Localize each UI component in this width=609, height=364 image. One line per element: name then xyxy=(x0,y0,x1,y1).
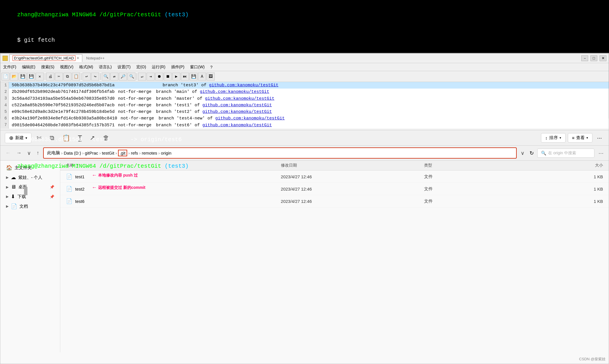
titlebar-left: D:\gitPrac\testGit\.git\FETCH_HEAD ✕ Not… xyxy=(3,54,107,62)
toolbar-sep-4 xyxy=(137,73,137,80)
tb-macro-next[interactable]: ⏭ xyxy=(181,73,189,81)
menu-search[interactable]: 搜索(S) xyxy=(38,63,57,71)
notepad-menubar: 文件(F) 编辑(E) 搜索(S) 视图(V) 格式(M) 语言(L) 设置(T… xyxy=(0,63,609,71)
line-content-3: 3c56a4d7334103aa5be554a50eb6708335e857d0… xyxy=(9,95,274,102)
tb-close[interactable]: ✕ xyxy=(36,73,44,81)
tab-close-btn[interactable]: ✕ xyxy=(77,56,79,60)
notepad-toolbar: 📄 📂 💾 💾 ✕ 🖨 ✂ ⧉ 📋 ↩ ↪ 🔍 ⇌ 🔎 🔍 ↵ ⇥ ⏺ ⏹ ▶ … xyxy=(0,71,609,82)
tb-macro-play[interactable]: ▶ xyxy=(172,73,180,81)
file-size-test2: 1 KB xyxy=(531,187,603,191)
annotation-test1: ← 本地修改内容 push 过 xyxy=(92,172,138,178)
file-name-test2: test2 xyxy=(75,187,85,191)
notepad-titlebar: D:\gitPrac\testGit\.git\FETCH_HEAD ✕ Not… xyxy=(0,53,609,63)
tb-indent[interactable]: ⇥ xyxy=(147,73,155,81)
line-number-2: 2 xyxy=(0,89,9,95)
tb-findreplace[interactable]: ⇌ xyxy=(110,73,118,81)
file-type-test2: 文件 xyxy=(424,186,532,192)
toolbar-sep-2 xyxy=(81,73,81,80)
terminal-cmd-1: $ git fetch xyxy=(3,28,606,53)
docs-icon: 📄 xyxy=(11,203,17,209)
minimize-btn[interactable]: － xyxy=(581,55,588,61)
menu-edit[interactable]: 编辑(E) xyxy=(19,63,38,71)
file-row-test2[interactable]: 📄 test2 ← 远程被提交过 新的commit 2023/4/27 12:4… xyxy=(60,183,609,195)
watermark: CSDN @柴紫娃 xyxy=(579,357,606,362)
line-content-4: c522a8a85b2b590e70f56219352d246ed5b07acb… xyxy=(9,102,272,109)
menu-macro[interactable]: 宏(O) xyxy=(133,63,149,71)
notepad-content: 1 50b3638b37b496c23c479f0897d52d5b6b87bd… xyxy=(0,82,609,129)
line-row-3: 3 3c56a4d7334103aa5be554a50eb6708335e857… xyxy=(0,95,609,102)
terminal: zhang@zhangziwa MINGW64 /d/gitPrac/testG… xyxy=(0,0,609,53)
tb-wordwrap[interactable]: ↵ xyxy=(138,73,146,81)
toolbar-sep-1 xyxy=(45,73,45,80)
tb-redo[interactable]: ↪ xyxy=(91,73,99,81)
tb-find[interactable]: 🔍 xyxy=(102,73,110,81)
file-icon-test6: 📄 xyxy=(66,198,72,204)
maximize-btn[interactable]: □ xyxy=(590,55,597,61)
menu-settings[interactable]: 设置(T) xyxy=(115,63,133,71)
terminal-command: $ git fetch xyxy=(17,37,55,43)
file-icon-test1: 📄 xyxy=(66,173,72,180)
line-content-1: 50b3638b37b496c23c479f0897d52d5b6b87bd1a… xyxy=(9,82,278,89)
line-row-7: 7 d9815de00464260bde7d083fb64385fc157b35… xyxy=(0,122,609,129)
line-number-3: 3 xyxy=(0,95,9,102)
line-content-2: 2b200df652b8902deab761746174df306fb54fab… xyxy=(9,89,269,95)
tb-print[interactable]: 🖨 xyxy=(46,73,54,81)
menu-file[interactable]: 文件(F) xyxy=(0,63,19,71)
tb-paste[interactable]: 📋 xyxy=(72,73,80,81)
explorer-main: 名称 ↑ 修改日期 类型 大小 📄 test1 xyxy=(60,161,609,352)
tb-cut[interactable]: ✂ xyxy=(55,73,63,81)
notepad-window: D:\gitPrac\testGit\.git\FETCH_HEAD ✕ Not… xyxy=(0,53,609,119)
tb-macro-rec[interactable]: ⏺ xyxy=(155,73,163,81)
line-number-7: 7 xyxy=(0,122,9,129)
annotation-text-test2: 远程被提交过 新的commit xyxy=(98,185,145,190)
line-number-6: 6 xyxy=(0,115,9,122)
menu-run[interactable]: 运行(R) xyxy=(149,63,168,71)
explorer-body: 🏠 主文件夹 ▶ ☁ 紫娃、- 个人 ▶ 🖥 桌面 📌 ▶ ⬇ 下载 📌 xyxy=(0,161,609,352)
file-name-test6: test6 xyxy=(75,199,85,204)
menu-language[interactable]: 语言(L) xyxy=(96,63,115,71)
tb-saveall[interactable]: 💾 xyxy=(27,73,35,81)
terminal-cursor xyxy=(24,187,27,195)
menu-view[interactable]: 视图(V) xyxy=(57,63,76,71)
menu-format[interactable]: 格式(M) xyxy=(76,63,96,71)
tb-undo[interactable]: ↩ xyxy=(83,73,91,81)
file-row-test1[interactable]: 📄 test1 ← 本地修改内容 push 过 2023/4/27 12:46 … xyxy=(60,171,609,183)
file-date-test1: 2023/4/27 12:46 xyxy=(281,174,424,179)
menu-plugin[interactable]: 插件(P) xyxy=(168,63,187,71)
notepad-appname: Notepad++ xyxy=(84,55,107,61)
line-number-1: 1 xyxy=(0,82,9,89)
tb-extra1[interactable]: A xyxy=(198,73,206,81)
file-name-cell-test1: 📄 test1 ← 本地修改内容 push 过 xyxy=(66,173,281,180)
terminal-prompt-text-1: zhang@zhangziwa MINGW64 /d/gitPrac/testG… xyxy=(17,11,189,18)
watermark-text: CSDN @柴紫娃 xyxy=(579,357,606,361)
menu-window[interactable]: 窗口(W) xyxy=(187,63,207,71)
annotation-arrow-test2: ← xyxy=(92,185,97,191)
tb-macro-stop[interactable]: ⏹ xyxy=(164,73,172,81)
terminal-prompt-1: zhang@zhangziwa MINGW64 /d/gitPrac/testG… xyxy=(3,2,606,27)
line-content-6: e3b24a190f2e8834e8efd14c6b9303a5a80bc841… xyxy=(9,115,285,122)
menu-help[interactable]: ? xyxy=(207,64,215,71)
tb-new[interactable]: 📄 xyxy=(1,73,9,81)
tb-open[interactable]: 📂 xyxy=(10,73,18,81)
file-name-cell-test2: 📄 test2 ← 远程被提交过 新的commit xyxy=(66,186,281,192)
tb-zoom-out[interactable]: 🔍 xyxy=(127,73,135,81)
tb-zoom-in[interactable]: 🔎 xyxy=(119,73,127,81)
file-date-test2: 2023/4/27 12:46 xyxy=(281,187,424,191)
annotation-text-test1: 本地修改内容 push 过 xyxy=(98,173,138,178)
tb-extra2[interactable]: 🖼 xyxy=(207,73,215,81)
notepad-tab[interactable]: D:\gitPrac\testGit\.git\FETCH_HEAD ✕ xyxy=(9,54,82,62)
file-name-test1: test1 xyxy=(75,174,85,179)
line-row-6: 6 e3b24a190f2e8834e8efd14c6b9303a5a80bc8… xyxy=(0,115,609,122)
tb-macro-save[interactable]: 💾 xyxy=(189,73,197,81)
tb-copy[interactable]: ⧉ xyxy=(63,73,71,81)
tb-save[interactable]: 💾 xyxy=(19,73,27,81)
expand-icon-docs: ▶ xyxy=(6,204,9,208)
file-size-test1: 1 KB xyxy=(531,174,603,179)
line-row-1: 1 50b3638b37b496c23c479f0897d52d5b6b87bd… xyxy=(0,82,609,89)
close-btn[interactable]: ✕ xyxy=(600,55,606,61)
annotation-arrow-test1: ← xyxy=(92,172,97,178)
line-content-5: e09c58e62d9a0c3d2e1e79f4c278b459b184be5d… xyxy=(9,109,272,115)
annotation-test2: ← 远程被提交过 新的commit xyxy=(92,185,145,191)
file-type-test1: 文件 xyxy=(424,174,532,179)
line-number-4: 4 xyxy=(0,102,9,109)
